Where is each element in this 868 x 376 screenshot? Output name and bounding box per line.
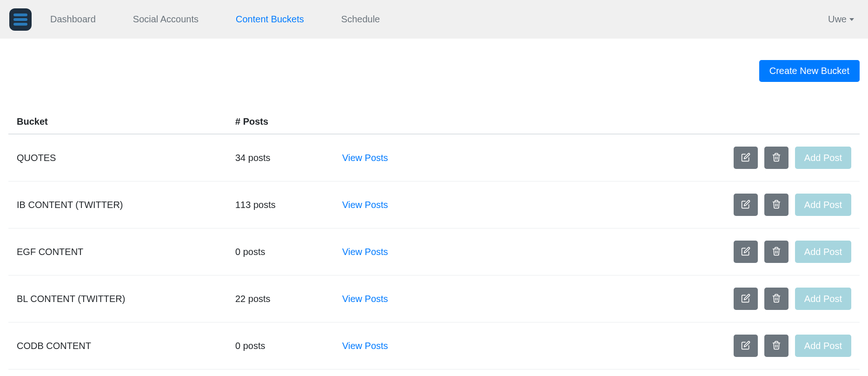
delete-button[interactable] — [764, 288, 788, 310]
add-post-button[interactable]: Add Post — [795, 147, 851, 169]
header-posts: # Posts — [227, 110, 334, 134]
table-row: BL CONTENT (TWITTER)22 postsView PostsAd… — [8, 275, 860, 322]
nav-item-schedule[interactable]: Schedule — [341, 14, 380, 25]
add-post-button[interactable]: Add Post — [795, 194, 851, 216]
bucket-post-count: 34 posts — [227, 134, 334, 181]
edit-button[interactable] — [734, 288, 758, 310]
row-actions: Add Post — [719, 335, 851, 357]
header-empty-view — [334, 110, 711, 134]
delete-button[interactable] — [764, 194, 788, 216]
bucket-name: CODB CONTENT — [8, 322, 227, 369]
delete-button[interactable] — [764, 147, 788, 169]
nav-item-dashboard[interactable]: Dashboard — [50, 14, 96, 25]
bucket-name: QUOTES — [8, 134, 227, 181]
row-actions: Add Post — [719, 288, 851, 310]
table-row: CODB CONTENT0 postsView PostsAdd Post — [8, 322, 860, 369]
topbar: DashboardSocial AccountsContent BucketsS… — [0, 0, 868, 39]
page-actions: Create New Bucket — [8, 60, 860, 82]
header-bucket: Bucket — [8, 110, 227, 134]
bucket-post-count: 0 posts — [227, 322, 334, 369]
edit-icon — [741, 247, 750, 257]
bucket-name: EGF CONTENT — [8, 228, 227, 275]
logo-bar — [13, 13, 27, 16]
trash-icon — [772, 294, 781, 304]
table-row: IB CONTENT (TWITTER)113 postsView PostsA… — [8, 181, 860, 228]
buckets-table: Bucket # Posts QUOTES34 postsView PostsA… — [8, 110, 860, 369]
add-post-button[interactable]: Add Post — [795, 335, 851, 357]
nav-item-content-buckets[interactable]: Content Buckets — [236, 14, 304, 25]
nav-item-social-accounts[interactable]: Social Accounts — [133, 14, 199, 25]
bucket-post-count: 0 posts — [227, 228, 334, 275]
view-posts-link[interactable]: View Posts — [342, 247, 388, 257]
edit-button[interactable] — [734, 194, 758, 216]
delete-button[interactable] — [764, 335, 788, 357]
bucket-name: BL CONTENT (TWITTER) — [8, 275, 227, 322]
create-bucket-button[interactable]: Create New Bucket — [759, 60, 860, 82]
edit-icon — [741, 200, 750, 210]
edit-icon — [741, 341, 750, 351]
edit-icon — [741, 294, 750, 304]
edit-button[interactable] — [734, 335, 758, 357]
row-actions: Add Post — [719, 194, 851, 216]
main-nav: DashboardSocial AccountsContent BucketsS… — [50, 14, 828, 25]
trash-icon — [772, 153, 781, 163]
table-row: EGF CONTENT0 postsView PostsAdd Post — [8, 228, 860, 275]
bucket-post-count: 113 posts — [227, 181, 334, 228]
bucket-post-count: 22 posts — [227, 275, 334, 322]
row-actions: Add Post — [719, 241, 851, 263]
view-posts-link[interactable]: View Posts — [342, 341, 388, 351]
edit-button[interactable] — [734, 147, 758, 169]
trash-icon — [772, 247, 781, 257]
edit-button[interactable] — [734, 241, 758, 263]
table-row: QUOTES34 postsView PostsAdd Post — [8, 134, 860, 181]
user-name: Uwe — [828, 14, 847, 25]
page-container: Create New Bucket Bucket # Posts QUOTES3… — [0, 39, 868, 369]
logo-bar — [13, 23, 27, 26]
bucket-name: IB CONTENT (TWITTER) — [8, 181, 227, 228]
view-posts-link[interactable]: View Posts — [342, 153, 388, 163]
view-posts-link[interactable]: View Posts — [342, 294, 388, 304]
app-logo[interactable] — [9, 8, 32, 31]
user-menu[interactable]: Uwe — [828, 14, 854, 25]
header-empty-actions — [711, 110, 860, 134]
trash-icon — [772, 341, 781, 351]
logo-bar — [13, 18, 27, 21]
delete-button[interactable] — [764, 241, 788, 263]
view-posts-link[interactable]: View Posts — [342, 200, 388, 210]
add-post-button[interactable]: Add Post — [795, 241, 851, 263]
edit-icon — [741, 153, 750, 163]
row-actions: Add Post — [719, 147, 851, 169]
trash-icon — [772, 200, 781, 210]
add-post-button[interactable]: Add Post — [795, 288, 851, 310]
chevron-down-icon — [849, 18, 854, 21]
